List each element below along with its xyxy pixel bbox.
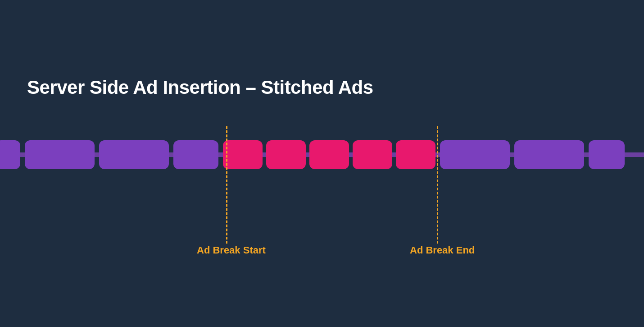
- segment-purple-2: [99, 140, 169, 169]
- segments-container: [0, 140, 644, 170]
- segment-purple-4: [440, 140, 510, 169]
- segment-purple-5: [514, 140, 584, 169]
- segment-ad-4: [353, 140, 392, 169]
- segment-ad-3: [309, 140, 349, 169]
- segment-ad-1: [223, 140, 263, 169]
- segment-ad-5: [396, 140, 435, 169]
- segment-purple-3: [173, 140, 218, 169]
- ad-break-start-line: [226, 126, 227, 244]
- segment-purple-edge-right: [589, 140, 625, 169]
- segment-purple-edge-left: [0, 140, 20, 169]
- page-title: Server Side Ad Insertion – Stitched Ads: [27, 77, 373, 98]
- segment-ad-2: [266, 140, 306, 169]
- ad-break-end-label: Ad Break End: [410, 244, 475, 256]
- segment-purple-1: [25, 140, 95, 169]
- page-container: Server Side Ad Insertion – Stitched Ads: [0, 0, 644, 327]
- ad-break-end-line: [437, 126, 438, 244]
- ad-break-start-label: Ad Break Start: [197, 244, 266, 256]
